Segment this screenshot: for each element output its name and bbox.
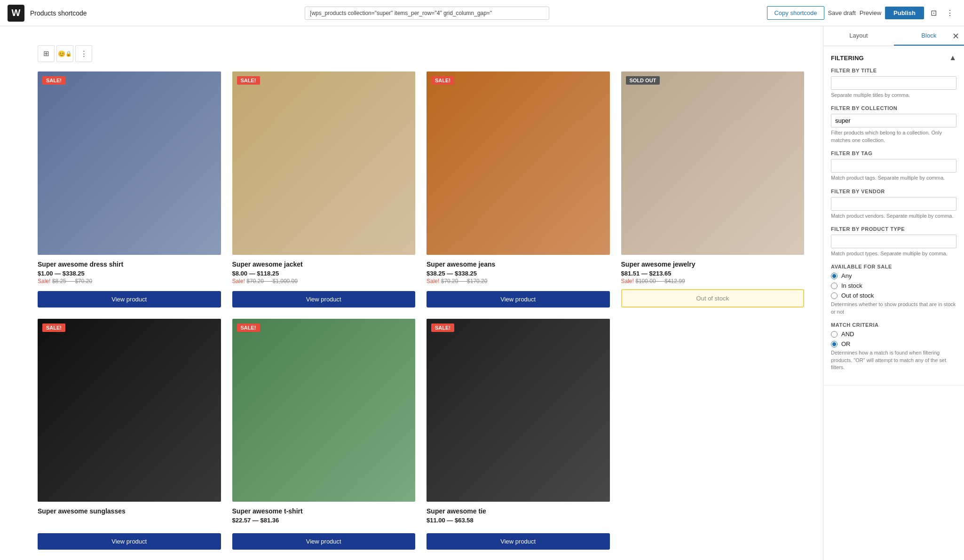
filtering-section-title: Filtering: [831, 55, 864, 62]
match-criteria-radio-group: AND OR: [831, 331, 956, 347]
view-product-button[interactable]: View product: [232, 533, 416, 550]
product-price: $22.57 — $81.36: [232, 517, 416, 524]
available-out-of-stock-option[interactable]: Out of stock: [831, 292, 956, 299]
match-and-option[interactable]: AND: [831, 331, 956, 338]
filter-by-title-group: FILTER BY TITLE Separate multiple titles…: [831, 68, 956, 99]
topbar: W Products shortcode Copy shortcode Save…: [0, 0, 964, 26]
view-product-button[interactable]: View product: [38, 533, 221, 550]
filter-by-tag-label: FILTER BY TAG: [831, 150, 956, 156]
filter-by-tag-input[interactable]: [831, 159, 956, 173]
filtering-section: Filtering ▲ FILTER BY TITLE Separate mul…: [823, 46, 964, 386]
save-draft-button[interactable]: Save draft: [828, 9, 856, 16]
filter-by-collection-help: Filter products which belong to a collec…: [831, 129, 956, 144]
filter-by-title-input[interactable]: [831, 76, 956, 90]
product-price: $8.00 — $118.25: [232, 270, 416, 277]
copy-shortcode-button[interactable]: Copy shortcode: [767, 6, 824, 20]
product-sale-price: Sale! $70.20 — $170.20: [427, 278, 610, 284]
shortcode-input[interactable]: [305, 7, 549, 20]
filter-by-tag-help: Match product tags. Separate multiple by…: [831, 174, 956, 181]
available-out-of-stock-radio[interactable]: [831, 292, 838, 299]
panel-tabs: Layout Block ✕: [823, 26, 964, 46]
product-sale-price: Sale! $70.20 — $1,000.00: [232, 278, 416, 284]
more-block-options-button[interactable]: ⋮: [75, 45, 92, 62]
match-criteria-group: MATCH CRITERIA AND OR Determines how a m…: [831, 322, 956, 371]
view-product-button[interactable]: View product: [232, 291, 416, 308]
block-toolbar: ⊞ 😊🔒 ⋮: [38, 45, 804, 62]
view-product-button[interactable]: View product: [427, 291, 610, 308]
filter-by-collection-input[interactable]: [831, 114, 956, 127]
available-any-radio[interactable]: [831, 273, 838, 279]
out-of-stock-button: Out of stock: [621, 289, 805, 308]
panel-close-button[interactable]: ✕: [952, 31, 959, 41]
product-card: SOLD OUTSuper awesome jewelry$81.51 — $2…: [621, 71, 805, 308]
preview-button[interactable]: Preview: [860, 9, 881, 16]
available-in-stock-label: In stock: [841, 282, 862, 289]
main-area: ⊞ 😊🔒 ⋮ SALE!Super awesome dress shirt$1.…: [0, 26, 964, 560]
product-card: SALE!Super awesome sunglassesView produc…: [38, 319, 221, 550]
filter-by-vendor-group: FILTER BY VENDOR Match product vendors. …: [831, 189, 956, 220]
available-in-stock-radio[interactable]: [831, 283, 838, 289]
product-title: Super awesome sunglasses: [38, 507, 221, 515]
product-title: Super awesome jeans: [427, 260, 610, 268]
available-for-sale-radio-group: Any In stock Out of stock: [831, 272, 956, 299]
available-in-stock-option[interactable]: In stock: [831, 282, 956, 289]
page-title: Products shortcode: [30, 9, 87, 17]
match-or-radio[interactable]: [831, 341, 838, 347]
product-card: SALE!Super awesome dress shirt$1.00 — $3…: [38, 71, 221, 308]
more-options-button[interactable]: ⋮: [943, 6, 956, 20]
product-title: Super awesome jewelry: [621, 260, 805, 268]
product-card: SALE!Super awesome t-shirt$22.57 — $81.3…: [232, 319, 416, 550]
product-badge: SOLD OUT: [626, 76, 660, 85]
view-product-button[interactable]: View product: [427, 533, 610, 550]
product-badge: SALE!: [237, 76, 260, 85]
product-badge: SALE!: [431, 76, 454, 85]
filter-by-tag-group: FILTER BY TAG Match product tags. Separa…: [831, 150, 956, 181]
filter-by-product-type-input[interactable]: [831, 235, 956, 248]
toggle-layout-button[interactable]: ⊞: [38, 45, 55, 62]
available-any-option[interactable]: Any: [831, 272, 956, 279]
filter-by-product-type-label: FILTER BY PRODUCT TYPE: [831, 226, 956, 232]
match-and-radio[interactable]: [831, 331, 838, 338]
available-out-of-stock-label: Out of stock: [841, 292, 874, 299]
publish-button[interactable]: Publish: [885, 7, 924, 19]
product-badge: SALE!: [431, 323, 454, 332]
product-title: Super awesome jacket: [232, 260, 416, 268]
tab-layout[interactable]: Layout: [823, 26, 894, 46]
product-price: $1.00 — $338.25: [38, 270, 221, 277]
product-title: Super awesome tie: [427, 507, 610, 515]
product-price: $38.25 — $338.25: [427, 270, 610, 277]
product-badge: SALE!: [237, 323, 260, 332]
product-price: $81.51 — $213.65: [621, 270, 805, 277]
available-for-sale-label: AVAILABLE FOR SALE: [831, 264, 956, 269]
filter-by-vendor-input[interactable]: [831, 197, 956, 211]
match-and-label: AND: [841, 331, 854, 338]
filter-by-vendor-help: Match product vendors. Separate multiple…: [831, 213, 956, 220]
filter-by-vendor-label: FILTER BY VENDOR: [831, 189, 956, 194]
filter-by-collection-group: FILTER BY COLLECTION Filter products whi…: [831, 105, 956, 144]
user-lock-button[interactable]: 😊🔒: [56, 45, 73, 62]
product-card: SALE!Super awesome jeans$38.25 — $338.25…: [427, 71, 610, 308]
view-product-button[interactable]: View product: [38, 291, 221, 308]
filtering-toggle-button[interactable]: ▲: [949, 54, 956, 62]
products-grid: SALE!Super awesome dress shirt$1.00 — $3…: [38, 71, 804, 550]
available-for-sale-group: AVAILABLE FOR SALE Any In stock Out of s…: [831, 264, 956, 315]
product-title: Super awesome t-shirt: [232, 507, 416, 515]
match-or-option[interactable]: OR: [831, 340, 956, 347]
product-sale-price: Sale! $100.00 — $412.99: [621, 278, 805, 284]
product-sale-price: Sale! $8.25 — $70.20: [38, 278, 221, 284]
product-title: Super awesome dress shirt: [38, 260, 221, 268]
filter-by-collection-label: FILTER BY COLLECTION: [831, 105, 956, 111]
layout-icon-button[interactable]: ⊡: [928, 6, 940, 20]
shortcode-input-wrap: [93, 7, 762, 20]
match-criteria-help: Determines how a match is found when fil…: [831, 349, 956, 371]
product-card: SALE!Super awesome tie$11.00 — $63.58Vie…: [427, 319, 610, 550]
product-badge: SALE!: [42, 323, 65, 332]
right-panel: Layout Block ✕ Filtering ▲ FILTER BY TIT…: [823, 26, 964, 560]
filter-by-product-type-group: FILTER BY PRODUCT TYPE Match product typ…: [831, 226, 956, 257]
filtering-section-header: Filtering ▲: [831, 54, 956, 62]
match-or-label: OR: [841, 340, 851, 347]
content-area: ⊞ 😊🔒 ⋮ SALE!Super awesome dress shirt$1.…: [0, 26, 823, 560]
product-price: $11.00 — $63.58: [427, 517, 610, 524]
match-criteria-label: MATCH CRITERIA: [831, 322, 956, 328]
wp-logo: W: [8, 5, 24, 22]
